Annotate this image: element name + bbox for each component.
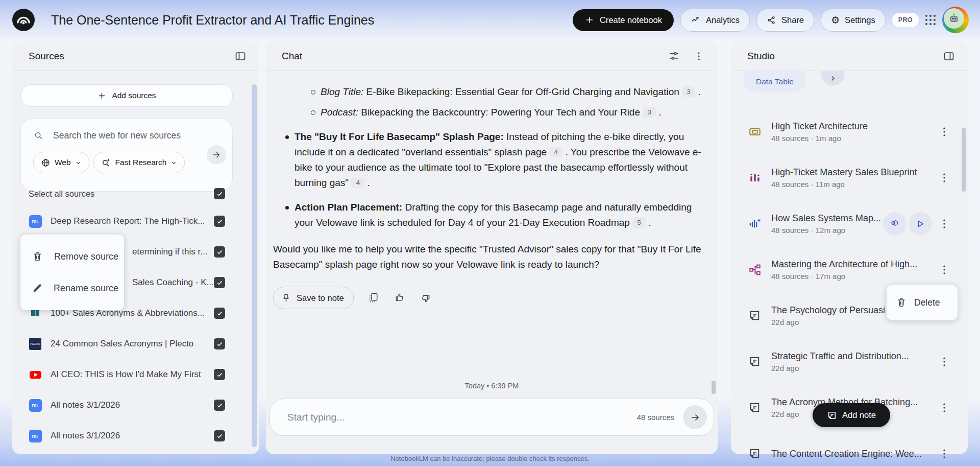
share-button[interactable]: Share [756,9,814,32]
chat-input[interactable] [286,411,637,424]
chat-actions-row: Save to note [273,287,709,309]
source-checkbox[interactable] [214,369,225,380]
fast-research-icon [101,157,111,168]
avatar[interactable] [942,7,969,33]
search-input[interactable] [52,130,222,142]
rename-source-menu-item[interactable]: Rename source [20,272,124,304]
studio-scrollbar[interactable] [962,128,966,192]
add-sources-button[interactable]: Add sources [20,84,233,107]
citation-badge[interactable]: 4 [351,177,364,188]
source-row[interactable]: m↓ All notes 3/1/2026 [12,390,259,421]
create-notebook-button[interactable]: Create notebook [573,9,674,31]
source-row[interactable]: AI CEO: THIS is How I'd Make My First ..… [12,359,259,390]
copy-icon[interactable] [368,292,380,304]
sources-panel-title: Sources [29,51,64,62]
citation-badge[interactable]: 5 [632,217,646,228]
notebook-title: The One-Sentence Profit Extractor and AI… [51,13,374,28]
studio-item-menu-icon[interactable] [938,172,950,184]
notebooklm-logo-icon[interactable] [12,9,35,31]
studio-item-meta: 48 sources · 1m ago [771,134,868,143]
chat-sub-bullet: Podcast: Bikepacking the Backcountry: Po… [273,105,709,120]
studio-item-menu-icon[interactable] [938,218,950,230]
chat-bullet-list: The "Buy It For Life Basecamp" Splash Pa… [273,129,709,230]
trash-icon [896,297,907,308]
source-title: All notes 3/1/2026 [51,400,120,410]
source-count: 48 sources [637,413,674,422]
chip-scroll-next-button[interactable] [821,71,844,86]
studio-panel-title: Studio [747,51,775,62]
source-row[interactable]: m↓ All notes 3/1/2026 [12,421,259,451]
chat-settings-icon[interactable] [665,48,682,65]
studio-item-menu-icon[interactable] [938,402,950,414]
settings-button[interactable]: ⚙ Settings [821,9,886,32]
web-source-dropdown[interactable]: Web [33,152,89,173]
plus-icon [97,91,107,101]
source-title: AI CEO: THIS is How I'd Make My First ..… [51,369,204,380]
sources-scrollbar[interactable] [252,84,257,447]
citation-badge[interactable]: 3 [682,86,695,97]
analytics-button[interactable]: Analytics [680,9,750,32]
chat-bullet: The "Buy It For Life Basecamp" Splash Pa… [273,129,709,191]
studio-item-title: The Psychology of Persuasi [771,305,885,316]
app-header: The One-Sentence Profit Extractor and AI… [0,0,980,40]
chevron-down-icon [170,159,177,166]
chevron-down-icon [75,159,82,166]
source-checkbox[interactable] [214,430,225,441]
source-checkbox[interactable] [214,246,225,258]
add-note-button[interactable]: Add note [813,403,890,427]
studio-item-title: How Sales Systems Map... [771,213,881,224]
source-checkbox[interactable] [214,277,225,288]
search-submit-button[interactable] [207,145,226,165]
save-to-note-label: Save to note [297,290,344,306]
select-all-checkbox[interactable] [214,188,225,199]
citation-badge[interactable]: 4 [549,147,562,157]
studio-item-meta: 48 sources · 11m ago [771,180,917,189]
studio-delete-menu-item[interactable]: Delete [887,285,958,320]
source-row[interactable]: m↓ Deep Research Report: The High-Tick..… [12,206,259,237]
chat-panel: Chat Blog Title: E-Bike Bikepacking: Ess… [266,41,718,454]
interactive-mode-button[interactable] [883,212,906,236]
source-context-menu: Remove source Rename source [20,235,124,310]
studio-row[interactable]: How Sales Systems Map... 48 sources · 12… [731,201,968,247]
markdown-icon: m↓ [29,399,42,412]
studio-item-menu-icon[interactable] [938,126,950,138]
source-checkbox[interactable] [214,308,225,319]
studio-row[interactable]: High-Ticket Mastery Sales Blueprint 48 s… [731,155,968,201]
save-to-note-button[interactable]: Save to note [273,287,354,309]
studio-item-menu-icon[interactable] [938,264,950,276]
remove-source-menu-item[interactable]: Remove source [20,241,124,272]
thumbs-up-icon[interactable] [394,292,406,304]
play-button[interactable] [909,212,932,236]
source-checkbox[interactable] [214,400,225,411]
trash-icon [32,251,43,263]
studio-item-meta: 48 sources · 12m ago [771,226,881,235]
research-mode-dropdown[interactable]: Fast Research [93,152,185,173]
studio-row[interactable]: High Ticket Architecture 48 sources · 1m… [731,109,968,155]
studio-row[interactable]: Strategic Traffic and Distribution... 22… [731,339,968,385]
source-title: All notes 3/1/2026 [51,431,120,441]
collapse-panel-icon[interactable] [232,48,249,65]
studio-item-meta: 22d ago [771,364,909,372]
note-icon [748,355,762,368]
studio-item-menu-icon[interactable] [938,356,950,368]
source-checkbox[interactable] [214,216,225,227]
source-row[interactable]: PLECTO 24 Common Sales Acronyms | Plecto [12,329,259,359]
chat-message-area[interactable]: Blog Title: E-Bike Bikepacking: Essentia… [266,71,718,382]
citation-badge[interactable]: 3 [643,107,656,118]
chat-more-menu-icon[interactable] [690,48,707,65]
pin-icon [281,293,291,304]
thumbs-down-icon[interactable] [420,292,432,304]
collapse-panel-icon[interactable] [940,48,958,65]
markdown-icon: m↓ [29,429,42,442]
gear-icon: ⚙ [831,15,840,25]
source-title: 24 Common Sales Acronyms | Plecto [51,339,193,349]
studio-item-title: High-Ticket Mastery Sales Blueprint [771,167,917,178]
studio-item-title: High Ticket Architecture [771,121,868,132]
studio-chip-strip: Data Table [731,71,968,101]
chat-timestamp: Today • 6:39 PM [270,382,714,390]
source-checkbox[interactable] [214,338,225,350]
send-button[interactable] [683,405,707,429]
chat-scrollbar[interactable] [712,381,716,394]
apps-grid-icon[interactable] [925,15,936,25]
data-table-chip[interactable]: Data Table [744,71,806,92]
